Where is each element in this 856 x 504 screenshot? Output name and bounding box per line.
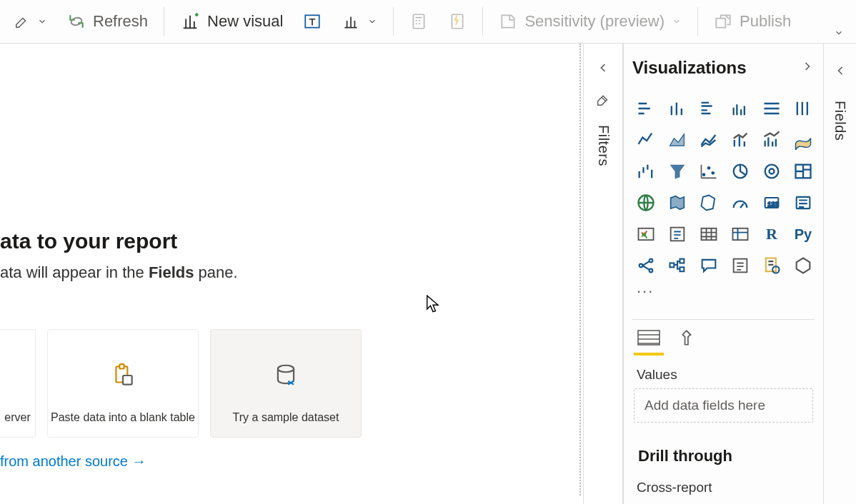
quick-measure-icon	[448, 12, 467, 31]
viz-get-more[interactable]	[790, 252, 817, 279]
svg-point-10	[712, 171, 715, 175]
viz-line-column[interactable]	[727, 126, 754, 153]
svg-point-8	[702, 173, 706, 176]
viz-clustered-bar[interactable]	[695, 95, 722, 122]
svg-rect-1	[414, 14, 424, 29]
viz-r-script[interactable]: R	[758, 221, 785, 248]
viz-pie[interactable]	[727, 158, 754, 185]
viz-funnel[interactable]	[664, 158, 691, 185]
viz-qna[interactable]	[695, 252, 722, 279]
viz-paginated-report[interactable]	[758, 252, 785, 279]
svg-point-25	[650, 269, 653, 273]
pencil-icon	[14, 14, 30, 29]
sensitivity-icon	[499, 12, 517, 31]
pane-resize-handle[interactable]	[577, 44, 583, 504]
report-canvas[interactable]: ata to your report ata will appear in th…	[0, 44, 577, 504]
svg-point-12	[765, 165, 779, 178]
card-sql-server[interactable]: erver	[0, 329, 36, 438]
svg-rect-26	[670, 263, 675, 268]
quick-measure-button[interactable]	[438, 8, 477, 35]
chevron-down-icon	[672, 16, 682, 26]
svg-rect-19	[639, 228, 654, 240]
viz-100-stacked-bar[interactable]	[758, 95, 785, 122]
viz-kpi[interactable]	[632, 221, 660, 248]
format-tab[interactable]	[680, 328, 698, 356]
expand-filters-button[interactable]	[596, 61, 610, 78]
data-source-cards: erver Paste data into a blank table Try …	[0, 329, 362, 438]
card-label: Try a sample dataset	[233, 411, 339, 424]
collapse-viz-button[interactable]	[800, 59, 815, 76]
svg-rect-5	[119, 364, 124, 368]
text-box-icon	[303, 12, 322, 31]
publish-icon	[714, 12, 732, 31]
refresh-button[interactable]: Refresh	[57, 8, 158, 35]
svg-rect-27	[680, 259, 685, 263]
viz-slicer[interactable]	[664, 221, 691, 248]
refresh-label: Refresh	[93, 12, 148, 31]
chevron-down-icon	[37, 16, 47, 26]
fields-well-tab[interactable]	[637, 328, 661, 356]
fields-label: Fields	[832, 101, 848, 141]
viz-100-stacked-column[interactable]	[790, 95, 817, 122]
viz-line-clustered-column[interactable]	[758, 126, 785, 153]
svg-rect-6	[123, 376, 132, 385]
viz-treemap[interactable]	[790, 158, 817, 185]
viz-scatter[interactable]	[695, 158, 722, 185]
values-dropzone[interactable]: Add data fields here	[634, 388, 813, 423]
sensitivity-button[interactable]: Sensitivity (preview)	[489, 8, 692, 35]
ribbon-split-partial[interactable]	[4, 9, 57, 34]
ribbon-overflow[interactable]	[829, 26, 849, 40]
svg-rect-28	[680, 267, 685, 271]
cross-report-label: Cross-report	[637, 480, 815, 495]
more-visuals-button[interactable]	[332, 8, 387, 35]
new-visual-icon	[180, 11, 200, 31]
viz-waterfall[interactable]	[632, 158, 660, 185]
ribbon: Refresh New visual	[0, 0, 856, 44]
viz-table[interactable]	[695, 221, 722, 248]
viz-line[interactable]	[632, 126, 660, 153]
viz-ribbon[interactable]	[790, 126, 817, 153]
svg-text:123: 123	[767, 201, 779, 208]
separator	[164, 7, 164, 36]
card-paste-data[interactable]: Paste data into a blank table	[47, 329, 199, 438]
visualizations-pane: Visualizations	[623, 44, 823, 504]
viz-donut[interactable]	[758, 158, 785, 185]
viz-stacked-area[interactable]	[695, 126, 722, 153]
text-box-button[interactable]	[293, 8, 332, 35]
viz-multi-row-card[interactable]	[790, 189, 817, 216]
viz-matrix[interactable]	[727, 221, 754, 248]
viz-gauge[interactable]	[727, 189, 754, 216]
viz-smart-narrative[interactable]	[727, 252, 754, 279]
svg-rect-3	[716, 19, 725, 28]
refresh-icon	[67, 12, 86, 31]
new-visual-label: New visual	[207, 12, 283, 31]
viz-decomposition-tree[interactable]	[664, 252, 691, 279]
chevron-down-icon	[367, 16, 377, 26]
card-sample-dataset[interactable]: Try a sample dataset	[210, 329, 362, 438]
viz-more-options[interactable]: ···	[632, 283, 817, 299]
viz-area[interactable]	[664, 126, 691, 153]
viz-card[interactable]: 123	[758, 189, 785, 216]
publish-button[interactable]: Publish	[704, 8, 801, 35]
svg-rect-21	[702, 228, 717, 240]
svg-point-24	[650, 259, 653, 263]
viz-python[interactable]: Py	[790, 221, 817, 248]
viz-clustered-column[interactable]	[727, 95, 754, 122]
viz-stacked-column[interactable]	[664, 95, 691, 122]
new-measure-button[interactable]	[399, 8, 438, 35]
new-visual-button[interactable]: New visual	[170, 7, 293, 36]
viz-map[interactable]	[632, 189, 660, 216]
fields-pane-collapsed: Fields	[823, 44, 856, 504]
viz-stacked-bar[interactable]	[632, 95, 660, 122]
another-source-link[interactable]: from another source →	[0, 453, 146, 470]
expand-fields-button[interactable]	[833, 64, 847, 81]
cursor-icon	[426, 295, 440, 316]
visualization-picker: 123 R Py ···	[632, 95, 815, 311]
pane-tab-strip	[632, 319, 815, 358]
viz-filled-map[interactable]	[664, 189, 691, 216]
viz-shape-map[interactable]	[695, 189, 722, 216]
filters-label: Filters	[595, 125, 612, 166]
clear-filters-icon[interactable]	[595, 91, 611, 109]
viz-key-influencers[interactable]	[632, 252, 660, 279]
clipboard-icon	[109, 361, 136, 390]
